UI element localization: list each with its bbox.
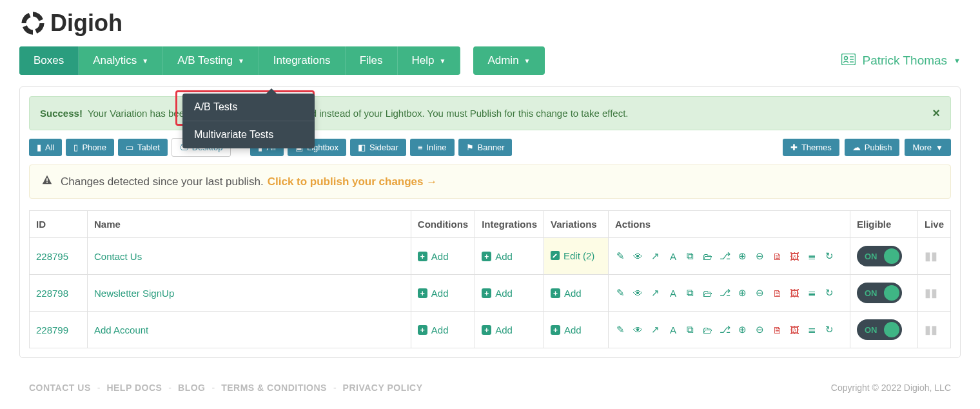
- dropdown-ab-tests[interactable]: A/B Tests: [182, 94, 315, 121]
- refresh-icon[interactable]: ↻: [824, 324, 836, 335]
- filter-type-banner[interactable]: ⚑Banner: [458, 139, 513, 156]
- footer-privacy[interactable]: PRIVACY POLICY: [343, 383, 423, 393]
- tablet-icon: ▭: [126, 143, 133, 152]
- footer-help[interactable]: HELP DOCS: [106, 383, 162, 393]
- add-button[interactable]: +Add: [482, 288, 513, 299]
- row-id-link[interactable]: 228799: [36, 324, 68, 335]
- edit-icon[interactable]: ✎: [615, 324, 627, 335]
- nav-integrations[interactable]: Integrations: [259, 46, 346, 75]
- filter-type-sidebar[interactable]: ◧Sidebar: [350, 139, 406, 156]
- pencil-icon: [551, 251, 560, 260]
- row-id-link[interactable]: 228795: [36, 251, 68, 262]
- col-actions: Actions: [608, 211, 850, 238]
- folder-icon[interactable]: 🗁: [702, 324, 714, 335]
- footer-blog[interactable]: BLOG: [178, 383, 205, 393]
- db-icon[interactable]: ≣: [807, 287, 818, 299]
- nav-user-menu[interactable]: Patrick Thomas ▼: [841, 54, 961, 68]
- external-icon[interactable]: ↗: [650, 324, 662, 335]
- add-button[interactable]: +Add: [551, 288, 582, 299]
- row-id-link[interactable]: 228798: [36, 288, 68, 299]
- copy-icon[interactable]: ⧉: [685, 324, 696, 335]
- folder-icon[interactable]: 🗁: [702, 251, 714, 262]
- image-icon[interactable]: 🖼: [789, 324, 801, 335]
- nav-admin[interactable]: Admin▼: [473, 46, 544, 75]
- edit-icon[interactable]: ✎: [615, 250, 627, 262]
- up-icon[interactable]: ⊕: [737, 287, 749, 299]
- eligible-toggle[interactable]: ON: [857, 283, 902, 303]
- edit-variations-button[interactable]: Edit (2): [551, 250, 594, 261]
- down-icon[interactable]: ⊖: [754, 287, 766, 299]
- row-name-link[interactable]: Newsletter SignUp: [94, 288, 174, 299]
- add-button[interactable]: +Add: [482, 324, 513, 335]
- eligible-toggle[interactable]: ON: [857, 319, 902, 340]
- down-icon[interactable]: ⊖: [754, 324, 766, 335]
- branch-icon[interactable]: ⎇: [720, 324, 731, 335]
- col-name: Name: [88, 211, 411, 238]
- folder-icon[interactable]: 🗁: [702, 288, 714, 299]
- filter-device-phone[interactable]: ▯Phone: [66, 139, 114, 156]
- toggle-knob: [884, 248, 899, 264]
- eye-icon[interactable]: 👁: [632, 251, 644, 262]
- row-name-link[interactable]: Add Account: [94, 324, 148, 335]
- caret-down-icon: ▼: [936, 143, 943, 152]
- filter-device-tablet[interactable]: ▭Tablet: [118, 139, 168, 156]
- refresh-icon[interactable]: ↻: [824, 250, 836, 262]
- db-icon[interactable]: ≣: [807, 324, 818, 335]
- font-icon[interactable]: A: [667, 288, 679, 299]
- col-variations: Variations: [544, 211, 608, 238]
- font-icon[interactable]: A: [667, 251, 679, 262]
- plus-icon: +: [418, 252, 427, 261]
- image-icon[interactable]: 🖼: [789, 251, 801, 262]
- add-button[interactable]: +Add: [418, 324, 449, 335]
- copy-icon[interactable]: ⧉: [685, 250, 696, 262]
- cloud-icon: ☁: [852, 143, 861, 152]
- edit-icon[interactable]: ✎: [615, 287, 627, 299]
- svg-point-1: [845, 56, 848, 59]
- up-icon[interactable]: ⊕: [737, 250, 749, 262]
- add-button[interactable]: +Add: [551, 324, 582, 335]
- footer-terms[interactable]: TERMS & CONDITIONS: [221, 383, 327, 393]
- nav-ab-testing[interactable]: A/B Testing▼: [163, 46, 259, 75]
- filter-type-inline[interactable]: ≡Inline: [410, 139, 455, 156]
- external-icon[interactable]: ↗: [650, 287, 662, 299]
- copy-icon[interactable]: ⧉: [685, 287, 696, 299]
- filter-device-all[interactable]: ▮All: [29, 139, 62, 156]
- nav-files[interactable]: Files: [346, 46, 398, 75]
- up-icon[interactable]: ⊕: [737, 324, 749, 335]
- pdf-icon[interactable]: 🗎: [772, 324, 783, 335]
- themes-button[interactable]: ✚Themes: [783, 139, 839, 156]
- col-conditions: Conditions: [411, 211, 475, 238]
- down-icon[interactable]: ⊖: [754, 250, 766, 262]
- filter-bar: ▮All ▯Phone ▭Tablet 🖵Desktop ▮All ▣Light…: [29, 138, 951, 157]
- add-button[interactable]: +Add: [418, 288, 449, 299]
- close-icon[interactable]: ×: [932, 106, 940, 121]
- image-icon[interactable]: 🖼: [789, 288, 801, 299]
- more-button[interactable]: More▼: [905, 139, 951, 156]
- add-button[interactable]: +Add: [482, 251, 513, 262]
- svg-rect-6: [46, 182, 48, 183]
- add-button[interactable]: +Add: [418, 251, 449, 262]
- table-row: 228798 Newsletter SignUp +Add +Add +Add …: [30, 275, 951, 312]
- dropdown-multivariate-tests[interactable]: Multivariate Tests: [182, 121, 315, 148]
- font-icon[interactable]: A: [667, 324, 679, 335]
- pdf-icon[interactable]: 🗎: [772, 288, 783, 299]
- eligible-toggle[interactable]: ON: [857, 246, 902, 266]
- eye-icon[interactable]: 👁: [632, 324, 644, 335]
- publish-link[interactable]: Click to publish your changes →: [268, 175, 438, 188]
- bars-icon: ▮: [37, 143, 41, 152]
- nav-analytics[interactable]: Analytics▼: [79, 46, 163, 75]
- eye-icon[interactable]: 👁: [632, 288, 644, 299]
- row-name-link[interactable]: Contact Us: [94, 251, 142, 262]
- actions-cell: ✎👁↗A⧉🗁⎇⊕⊖🗎🖼≣↻: [615, 287, 843, 299]
- publish-button[interactable]: ☁Publish: [845, 139, 900, 156]
- branch-icon[interactable]: ⎇: [720, 250, 731, 262]
- branch-icon[interactable]: ⎇: [720, 287, 731, 299]
- pdf-icon[interactable]: 🗎: [772, 251, 783, 262]
- nav-boxes[interactable]: Boxes: [19, 46, 79, 75]
- db-icon[interactable]: ≣: [807, 250, 818, 262]
- footer-contact[interactable]: CONTACT US: [29, 383, 91, 393]
- nav-help[interactable]: Help▼: [398, 46, 461, 75]
- copyright: Copyright © 2022 Digioh, LLC: [831, 383, 951, 393]
- refresh-icon[interactable]: ↻: [824, 287, 836, 299]
- external-icon[interactable]: ↗: [650, 250, 662, 262]
